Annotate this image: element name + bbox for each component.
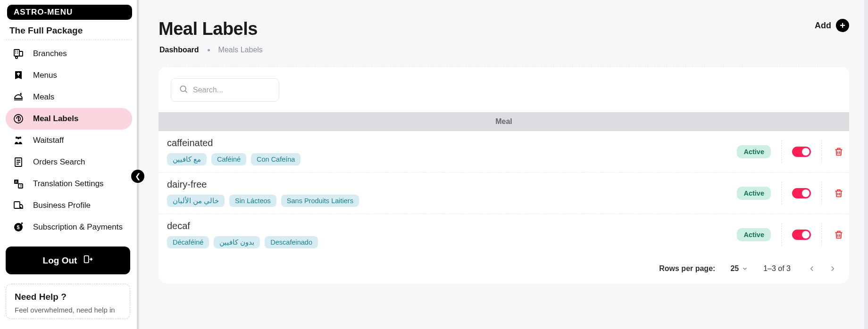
svg-point-10: [17, 137, 20, 140]
rows-per-page-label: Rows per page:: [659, 264, 715, 273]
add-label: Add: [815, 21, 831, 31]
sidebar-item-menus[interactable]: Menus: [6, 65, 132, 86]
cell-separator: [781, 140, 782, 163]
row-chips: Décaféinéبدون كافيينDescafeinado: [167, 236, 737, 248]
translation-chip: مع كافيين: [167, 153, 207, 165]
content-card: Meal caffeinatedمع كافيينCaféinéCon Cafe…: [159, 66, 849, 283]
translation-chip: Décaféiné: [167, 236, 209, 248]
sidebar-item-label: Subscription & Payments: [33, 222, 123, 232]
svg-point-9: [19, 137, 21, 139]
row-chips: خالي من الألبانSin LácteosSans Produits …: [167, 195, 737, 207]
cell-separator: [821, 140, 822, 163]
next-page-button[interactable]: [826, 263, 839, 275]
chevron-left-icon: ❮: [135, 172, 141, 181]
status-badge: Active: [737, 228, 771, 241]
row-title: dairy-free: [167, 179, 737, 190]
row-actions: Active: [737, 140, 849, 163]
cell-separator: [821, 223, 822, 246]
sidebar-item-branches[interactable]: Branches: [6, 43, 132, 65]
breadcrumb: Dashboard Meals Labels: [159, 46, 849, 54]
svg-point-6: [16, 57, 17, 58]
delete-button[interactable]: [832, 145, 845, 158]
sidebar-item-label: Waitstaff: [33, 136, 64, 145]
sidebar-item-business-profile[interactable]: Business Profile: [6, 195, 132, 216]
translation-chip: بدون كافيين: [214, 236, 260, 248]
add-button[interactable]: Add +: [815, 19, 849, 32]
logout-button[interactable]: Log Out: [6, 247, 130, 274]
delete-button[interactable]: [832, 228, 845, 241]
package-name: The Full Package: [9, 25, 132, 36]
sidebar-item-subscription-payments[interactable]: $ Subscription & Payments: [6, 216, 132, 238]
sidebar-item-meals[interactable]: Meals: [6, 86, 132, 108]
brand-logo: ASTRO-MENU: [7, 5, 132, 20]
breadcrumb-separator-icon: [208, 49, 210, 51]
row-actions: Active: [737, 223, 849, 246]
page-title: Meal Labels: [159, 19, 258, 39]
toggle-knob: [802, 231, 810, 239]
svg-point-5: [17, 53, 18, 54]
svg-text:A: A: [15, 180, 17, 183]
trash-icon: [834, 188, 844, 198]
sidebar-item-orders-search[interactable]: Orders Search: [6, 151, 132, 173]
search-box[interactable]: [171, 78, 279, 102]
search-icon: [179, 84, 188, 96]
row-chips: مع كافيينCaféinéCon Cafeína: [167, 153, 737, 165]
row-actions: Active: [737, 182, 849, 205]
help-title: Need Help ?: [15, 292, 121, 302]
sidebar-item-label: Translation Settings: [33, 179, 104, 189]
svg-point-8: [16, 137, 17, 139]
sidebar-nav: Branches Menus Meals Meal Labels: [6, 43, 132, 238]
collapse-sidebar-button[interactable]: ❮: [131, 170, 144, 183]
sidebar-resize-handle[interactable]: [135, 0, 140, 329]
trash-icon: [834, 230, 844, 240]
sidebar-item-label: Meal Labels: [33, 114, 78, 123]
search-input[interactable]: [193, 86, 271, 94]
sidebar-item-label: Branches: [33, 49, 67, 58]
translation-chip: Sin Lácteos: [229, 195, 276, 207]
sidebar: ASTRO-MENU The Full Package Branches Men…: [0, 0, 135, 329]
sidebar-item-translation-settings[interactable]: A文 Translation Settings: [6, 173, 132, 195]
svg-point-17: [20, 207, 22, 209]
plus-circle-icon: +: [836, 19, 849, 32]
sidebar-item-meal-labels[interactable]: Meal Labels: [6, 108, 132, 130]
svg-point-21: [180, 86, 186, 91]
prev-page-button[interactable]: [806, 263, 818, 275]
svg-point-2: [15, 51, 16, 52]
breadcrumb-root[interactable]: Dashboard: [159, 46, 199, 54]
translation-chip: Caféiné: [211, 153, 246, 165]
active-toggle[interactable]: [792, 230, 811, 240]
status-badge: Active: [737, 187, 771, 200]
pagination-range: 1–3 of 3: [763, 264, 791, 273]
sidebar-item-waitstaff[interactable]: Waitstaff: [6, 130, 132, 151]
trash-icon: [834, 147, 844, 157]
translation-chip: Descafeinado: [265, 236, 318, 248]
svg-rect-16: [14, 202, 20, 208]
sidebar-separator: [6, 40, 132, 40]
svg-rect-0: [14, 49, 19, 56]
chevron-down-icon: [742, 265, 748, 272]
active-toggle[interactable]: [792, 188, 811, 198]
active-toggle[interactable]: [792, 147, 811, 157]
meal-labels-icon: [12, 113, 25, 125]
rows-per-page-value: 25: [730, 264, 739, 273]
table-row: caffeinatedمع كافيينCaféinéCon CafeínaAc…: [159, 131, 849, 173]
chevron-left-icon: [808, 264, 816, 273]
delete-button[interactable]: [832, 187, 845, 200]
table-row: decafDécaféinéبدون كافيينDescafeinadoAct…: [159, 214, 849, 255]
payments-icon: $: [12, 221, 25, 233]
business-profile-icon: [12, 199, 25, 212]
rows-per-page-select[interactable]: 25: [730, 264, 748, 273]
orders-search-icon: [12, 156, 25, 168]
main-content: Meal Labels Add + Dashboard Meals Labels…: [140, 0, 868, 329]
table-body: caffeinatedمع كافيينCaféinéCon CafeínaAc…: [159, 131, 849, 255]
svg-point-3: [17, 51, 18, 52]
menu-icon: [12, 69, 25, 82]
chevron-right-icon: [828, 264, 837, 273]
table-header-meal: Meal: [159, 112, 849, 131]
cell-separator: [821, 182, 822, 205]
svg-text:$: $: [17, 224, 20, 230]
logout-label: Log Out: [43, 255, 77, 266]
svg-rect-1: [19, 51, 23, 56]
svg-text:文: 文: [19, 184, 23, 188]
sidebar-item-label: Menus: [33, 71, 57, 80]
